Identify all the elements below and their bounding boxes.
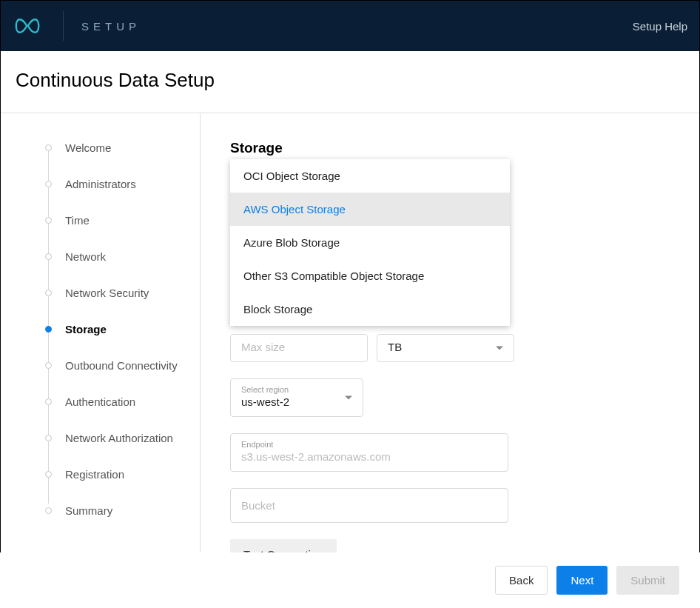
- step-label: Storage: [65, 323, 107, 335]
- step-dot-icon: [45, 181, 52, 187]
- top-header: SETUP Setup Help: [1, 1, 699, 51]
- step-label: Network Authorization: [65, 432, 173, 444]
- step-registration[interactable]: Registration: [45, 468, 200, 481]
- step-storage[interactable]: Storage: [45, 323, 200, 335]
- next-button[interactable]: Next: [556, 566, 608, 595]
- storage-option-oci[interactable]: OCI Object Storage: [230, 159, 510, 193]
- step-dot-icon: [45, 471, 52, 478]
- main-panel: Storage OCI Object Storage AWS Object St…: [201, 113, 699, 608]
- submit-button[interactable]: Submit: [616, 566, 679, 595]
- storage-option-aws[interactable]: AWS Object Storage: [230, 193, 510, 226]
- chevron-down-icon: [496, 347, 503, 350]
- back-button[interactable]: Back: [495, 566, 548, 595]
- step-label: Welcome: [65, 141, 111, 154]
- storage-type-dropdown[interactable]: OCI Object Storage AWS Object Storage Az…: [230, 159, 510, 326]
- endpoint-label: Endpoint: [241, 440, 497, 449]
- step-label: Outbound Connectivity: [65, 359, 178, 372]
- step-label: Time: [65, 214, 90, 227]
- step-label: Authentication: [65, 395, 135, 408]
- section-heading: Storage: [230, 140, 670, 156]
- step-welcome[interactable]: Welcome: [45, 141, 200, 154]
- region-label: Select region: [241, 385, 352, 394]
- size-unit-select[interactable]: TB: [377, 334, 514, 362]
- header-left: SETUP: [13, 1, 141, 51]
- logo-icon: [13, 17, 48, 35]
- step-dot-icon: [45, 290, 52, 296]
- steps-list: Welcome Administrators Time Network Netw…: [45, 141, 200, 517]
- region-value: us-west-2: [241, 395, 289, 408]
- setup-help-link[interactable]: Setup Help: [633, 20, 687, 33]
- chevron-down-icon: [345, 396, 352, 400]
- max-size-input[interactable]: [241, 341, 357, 353]
- step-dot-icon: [45, 253, 52, 260]
- step-label: Administrators: [65, 178, 136, 190]
- page-title: Continuous Data Setup: [16, 69, 684, 92]
- step-authentication[interactable]: Authentication: [45, 395, 200, 408]
- bucket-field[interactable]: [230, 488, 508, 523]
- storage-option-block[interactable]: Block Storage: [230, 293, 510, 326]
- step-time[interactable]: Time: [45, 214, 200, 227]
- bucket-input[interactable]: [241, 492, 497, 519]
- storage-option-other-s3[interactable]: Other S3 Compatible Object Storage: [230, 259, 510, 293]
- step-dot-icon: [45, 362, 52, 369]
- setup-label: SETUP: [81, 20, 141, 33]
- step-dot-icon: [45, 326, 52, 333]
- step-summary[interactable]: Summary: [45, 504, 200, 517]
- max-size-field[interactable]: [230, 334, 368, 362]
- footer: Back Next Submit: [0, 552, 700, 608]
- step-network-security[interactable]: Network Security: [45, 287, 200, 299]
- logo: [13, 11, 64, 41]
- step-label: Registration: [65, 468, 124, 481]
- size-unit-value: TB: [388, 341, 402, 353]
- step-label: Network Security: [65, 287, 149, 299]
- step-outbound-connectivity[interactable]: Outbound Connectivity: [45, 359, 200, 372]
- step-network-authorization[interactable]: Network Authorization: [45, 432, 200, 444]
- endpoint-input[interactable]: [241, 450, 497, 463]
- endpoint-field[interactable]: Endpoint: [230, 433, 508, 472]
- step-network[interactable]: Network: [45, 250, 200, 263]
- region-select[interactable]: Select region us-west-2: [230, 378, 363, 417]
- storage-option-azure[interactable]: Azure Blob Storage: [230, 226, 510, 259]
- sidebar: Welcome Administrators Time Network Netw…: [1, 113, 201, 608]
- step-label: Network: [65, 250, 106, 263]
- step-dot-icon: [45, 507, 52, 514]
- step-dot-icon: [45, 435, 52, 441]
- page-title-bar: Continuous Data Setup: [1, 51, 699, 113]
- step-dot-icon: [45, 398, 52, 405]
- step-dot-icon: [45, 217, 52, 224]
- step-administrators[interactable]: Administrators: [45, 178, 200, 190]
- step-dot-icon: [45, 144, 52, 151]
- step-label: Summary: [65, 504, 112, 517]
